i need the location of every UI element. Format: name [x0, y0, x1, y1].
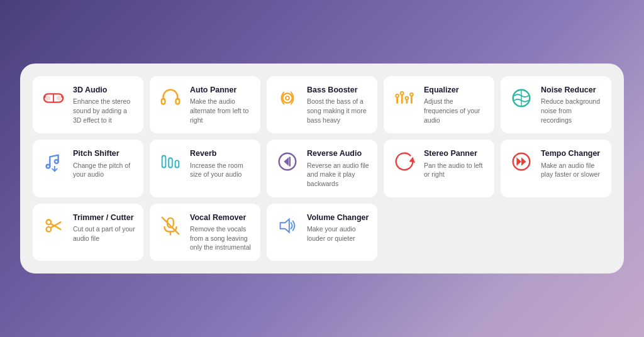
card-trimmer-cutter[interactable]: Trimmer / CutterCut out a part of your a…	[33, 204, 143, 261]
auto-panner-icon	[157, 85, 184, 111]
tools-grid: 3D AudioEnhance the stereo sound by addi…	[33, 76, 611, 261]
pitch-shifter-title: Pitch Shifter	[73, 148, 136, 158]
vocal-remover-title: Vocal Remover	[190, 213, 253, 223]
noise-reducer-icon	[508, 85, 535, 111]
card-vocal-remover[interactable]: Vocal RemoverRemove the vocals from a so…	[150, 204, 260, 261]
svg-point-3	[57, 96, 62, 101]
bass-booster-desc: Boost the bass of a song making it more …	[307, 97, 370, 124]
svg-point-21	[55, 160, 58, 163]
equalizer-icon	[391, 85, 418, 111]
stereo-panner-desc: Pan the audio to left or right	[424, 161, 487, 179]
auto-panner-desc: Make the audio alternate from left to ri…	[190, 97, 253, 124]
svg-rect-25	[175, 160, 179, 167]
trimmer-cutter-title: Trimmer / Cutter	[73, 213, 136, 223]
reverse-audio-desc: Reverse an audio file and make it play b…	[307, 161, 370, 189]
card-reverse-audio[interactable]: Reverse AudioReverse an audio file and m…	[267, 140, 377, 197]
tempo-changer-desc: Make an audio file play faster or slower	[541, 161, 604, 179]
card-volume-changer[interactable]: Volume ChangerMake your audio louder or …	[267, 204, 377, 261]
card-pitch-shifter[interactable]: Pitch ShifterChange the pitch of your au…	[33, 140, 143, 197]
vocal-remover-desc: Remove the vocals from a song leaving on…	[190, 224, 253, 252]
noise-reducer-desc: Reduce background noise from recordings	[541, 97, 604, 124]
volume-changer-title: Volume Changer	[307, 213, 370, 223]
stereo-panner-icon	[391, 148, 418, 175]
card-auto-panner[interactable]: Auto PannerMake the audio alternate from…	[150, 76, 260, 133]
svg-point-2	[46, 96, 51, 101]
reverb-desc: Increase the room size of your audio	[190, 161, 253, 179]
svg-point-8	[282, 93, 292, 102]
volume-changer-desc: Make your audio louder or quieter	[307, 224, 370, 243]
3d-audio-desc: Enhance the stereo sound by adding a 3D …	[73, 97, 136, 124]
trimmer-cutter-desc: Cut out a part of your audio file	[73, 224, 136, 243]
bass-booster-icon	[274, 85, 301, 111]
tempo-changer-title: Tempo Changer	[541, 148, 604, 158]
pitch-shifter-desc: Change the pitch of your audio	[73, 161, 136, 179]
reverb-title: Reverb	[190, 148, 253, 158]
auto-panner-title: Auto Panner	[190, 85, 253, 95]
trimmer-cutter-icon	[40, 213, 67, 239]
reverb-icon	[157, 148, 184, 175]
card-noise-reducer[interactable]: Noise ReducerReduce background noise fro…	[501, 76, 611, 133]
bass-booster-title: Bass Booster	[307, 85, 370, 95]
svg-point-15	[401, 92, 404, 95]
card-3d-audio[interactable]: 3D AudioEnhance the stereo sound by addi…	[33, 76, 143, 133]
card-equalizer[interactable]: EqualizerAdjust the frequencies of your …	[384, 76, 494, 133]
reverse-audio-title: Reverse Audio	[307, 148, 370, 158]
tempo-changer-icon	[508, 148, 535, 175]
main-container: 3D AudioEnhance the stereo sound by addi…	[20, 64, 624, 273]
svg-point-20	[47, 165, 50, 168]
card-bass-booster[interactable]: Bass BoosterBoost the bass of a song mak…	[267, 76, 377, 133]
svg-rect-23	[162, 156, 166, 168]
svg-marker-40	[280, 219, 289, 232]
volume-changer-icon	[274, 213, 301, 239]
pitch-shifter-icon	[40, 148, 67, 175]
3d-audio-title: 3D Audio	[73, 85, 136, 95]
svg-point-17	[410, 93, 413, 96]
card-reverb[interactable]: ReverbIncrease the room size of your aud…	[150, 140, 260, 197]
noise-reducer-title: Noise Reducer	[541, 85, 604, 95]
svg-point-9	[286, 96, 289, 100]
reverse-audio-icon	[274, 148, 301, 175]
svg-marker-32	[521, 158, 526, 166]
vocal-remover-icon	[157, 213, 184, 239]
svg-marker-29	[409, 157, 416, 163]
svg-marker-31	[516, 158, 521, 166]
equalizer-desc: Adjust the frequencies of your audio	[424, 97, 487, 124]
svg-marker-27	[284, 158, 289, 166]
svg-point-14	[396, 94, 399, 97]
3d-audio-icon	[40, 85, 67, 111]
card-stereo-panner[interactable]: Stereo PannerPan the audio to left or ri…	[384, 140, 494, 197]
equalizer-title: Equalizer	[424, 85, 487, 95]
svg-rect-24	[169, 158, 172, 168]
card-tempo-changer[interactable]: Tempo ChangerMake an audio file play fas…	[501, 140, 611, 197]
stereo-panner-title: Stereo Panner	[424, 148, 487, 158]
svg-point-16	[405, 97, 408, 100]
